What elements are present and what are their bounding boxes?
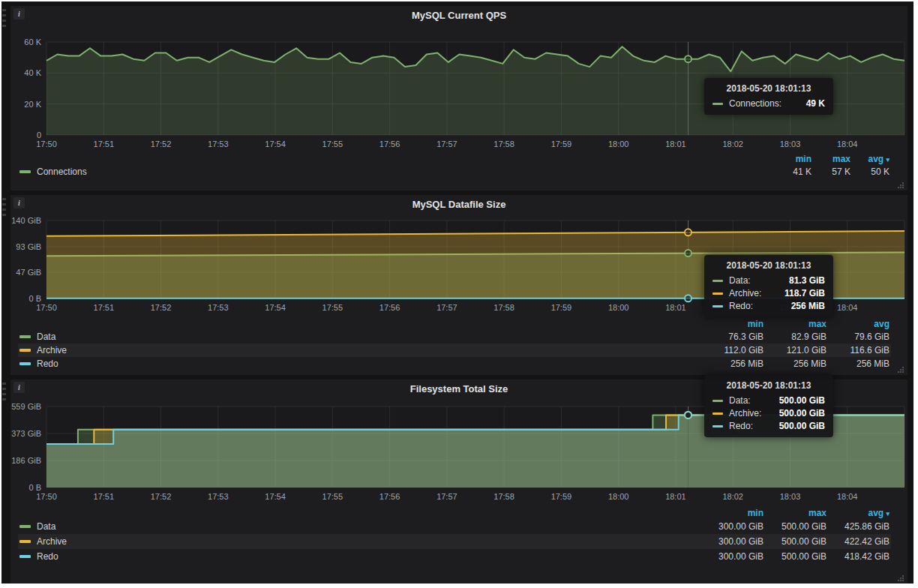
panel-resize-handle[interactable] <box>896 179 905 188</box>
svg-text:17:54: 17:54 <box>265 140 286 148</box>
svg-text:17:53: 17:53 <box>208 303 229 312</box>
legend-stat-value: 300.00 GiB <box>700 551 764 562</box>
svg-text:17:57: 17:57 <box>436 303 458 312</box>
svg-text:0: 0 <box>37 130 41 140</box>
legend-stat-value: 500.00 GiB <box>764 551 826 562</box>
legend-stat-value: 50 K <box>850 166 890 177</box>
legend-series-connections[interactable]: Connections <box>20 166 87 177</box>
tooltip-timestamp: 2018-05-20 18:01:13 <box>712 380 825 391</box>
svg-text:18:01: 18:01 <box>665 492 686 501</box>
svg-text:17:58: 17:58 <box>494 303 514 312</box>
svg-text:17:59: 17:59 <box>551 303 572 312</box>
svg-text:186 GiB: 186 GiB <box>11 456 41 465</box>
svg-text:17:56: 17:56 <box>380 140 400 148</box>
legend-series-redo[interactable]: Redo <box>20 358 58 369</box>
svg-text:373 GiB: 373 GiB <box>11 429 41 438</box>
series-color-dash-icon <box>712 305 723 308</box>
legend-header-min[interactable]: min <box>772 154 812 164</box>
legend-row: Data76.3 GiB82.9 GiB79.6 GiB <box>18 330 891 344</box>
legend-stat-value: 121.0 GiB <box>764 345 826 356</box>
panel-drag-handle[interactable] <box>2 9 6 28</box>
series-color-dash-icon <box>712 103 723 105</box>
svg-text:18:02: 18:02 <box>722 140 743 148</box>
svg-text:18:03: 18:03 <box>780 140 801 148</box>
legend-header-max[interactable]: max <box>812 154 850 164</box>
series-color-dash-icon <box>20 335 31 338</box>
panel-resize-handle[interactable] <box>896 572 905 581</box>
svg-text:17:52: 17:52 <box>151 492 172 501</box>
legend-header-max[interactable]: max <box>764 319 826 329</box>
legend-header-min[interactable]: min <box>700 319 764 329</box>
legend-stat-value: 256 MiB <box>826 358 890 369</box>
legend: minmaxavg ▾Connections41 K57 K50 K <box>18 153 891 178</box>
legend: minmaxavg ▾Data300.00 GiB500.00 GiB425.8… <box>18 507 891 564</box>
tooltip-timestamp: 2018-05-20 18:01:13 <box>712 260 825 271</box>
svg-text:17:51: 17:51 <box>94 492 115 501</box>
svg-text:18:02: 18:02 <box>722 492 743 501</box>
svg-text:17:52: 17:52 <box>151 140 172 148</box>
svg-text:17:58: 17:58 <box>494 140 514 148</box>
legend-row: Redo256 MiB256 MiB256 MiB <box>18 357 891 370</box>
svg-text:18:04: 18:04 <box>837 140 858 148</box>
svg-text:18:04: 18:04 <box>837 492 858 501</box>
legend-stat-value: 57 K <box>812 166 850 177</box>
svg-text:17:54: 17:54 <box>265 303 286 312</box>
svg-text:18:04: 18:04 <box>837 303 858 312</box>
svg-text:17:53: 17:53 <box>208 140 229 148</box>
legend-stat-value: 79.6 GiB <box>826 332 890 342</box>
legend-header-min[interactable]: min <box>700 508 764 518</box>
panel-drag-handle[interactable] <box>2 382 6 402</box>
legend-series-archive[interactable]: Archive <box>20 536 67 547</box>
svg-text:0 B: 0 B <box>28 294 41 303</box>
svg-text:17:51: 17:51 <box>94 303 115 312</box>
svg-text:17:59: 17:59 <box>551 492 572 501</box>
tooltip-series-row: Archive:500.00 GiB <box>712 408 825 418</box>
tooltip-series-row: Archive:118.7 GiB <box>712 288 825 298</box>
chart-tooltip: 2018-05-20 18:01:13Connections:49 K <box>704 78 833 115</box>
chart-tooltip: 2018-05-20 18:01:13Data:500.00 GiBArchiv… <box>704 375 833 437</box>
svg-text:17:54: 17:54 <box>265 492 286 501</box>
legend-series-archive[interactable]: Archive <box>20 345 67 356</box>
legend-series-redo[interactable]: Redo <box>20 551 58 562</box>
legend-stat-value: 41 K <box>772 166 812 177</box>
legend-stat-value: 500.00 GiB <box>764 536 826 547</box>
svg-text:18:03: 18:03 <box>780 492 801 501</box>
legend-stat-value: 112.0 GiB <box>700 345 764 356</box>
legend: minmaxavgData76.3 GiB82.9 GiB79.6 GiBArc… <box>18 318 891 370</box>
svg-text:60 K: 60 K <box>24 38 41 46</box>
svg-text:17:53: 17:53 <box>208 492 229 501</box>
legend-header-avg[interactable]: avg ▾ <box>850 154 890 164</box>
svg-text:17:59: 17:59 <box>551 140 572 148</box>
legend-stat-value: 425.86 GiB <box>826 521 890 532</box>
legend-stat-value: 418.42 GiB <box>826 551 890 562</box>
tooltip-series-row: Data:500.00 GiB <box>712 395 825 406</box>
svg-text:559 GiB: 559 GiB <box>11 402 41 411</box>
legend-row: Redo300.00 GiB500.00 GiB418.42 GiB <box>18 549 891 564</box>
svg-text:140 GiB: 140 GiB <box>11 216 41 225</box>
series-color-dash-icon <box>20 362 31 365</box>
legend-stat-value: 300.00 GiB <box>700 536 764 547</box>
series-color-dash-icon <box>712 292 723 295</box>
svg-text:17:55: 17:55 <box>322 492 344 501</box>
legend-series-data[interactable]: Data <box>20 521 56 532</box>
legend-header-avg[interactable]: avg ▾ <box>826 508 890 518</box>
legend-row: Connections41 K57 K50 K <box>18 165 891 178</box>
legend-stat-value: 300.00 GiB <box>700 521 764 532</box>
series-color-dash-icon <box>712 400 723 402</box>
svg-text:17:55: 17:55 <box>322 303 344 312</box>
svg-text:17:51: 17:51 <box>94 140 115 148</box>
panel-resize-handle[interactable] <box>896 364 905 373</box>
svg-text:17:56: 17:56 <box>380 303 400 312</box>
legend-series-data[interactable]: Data <box>20 332 56 342</box>
series-color-dash-icon <box>712 412 723 415</box>
legend-header-max[interactable]: max <box>764 508 826 518</box>
tooltip-timestamp: 2018-05-20 18:01:13 <box>712 83 825 94</box>
panel-drag-handle[interactable] <box>2 198 6 218</box>
legend-stat-value: 500.00 GiB <box>764 521 826 532</box>
legend-row: Archive300.00 GiB500.00 GiB422.42 GiB <box>18 534 891 549</box>
series-color-dash-icon <box>20 540 31 543</box>
legend-stat-value: 422.42 GiB <box>826 536 890 547</box>
svg-text:0 B: 0 B <box>28 483 41 492</box>
legend-header-avg[interactable]: avg <box>826 319 890 329</box>
legend-stat-value: 116.6 GiB <box>826 345 890 356</box>
